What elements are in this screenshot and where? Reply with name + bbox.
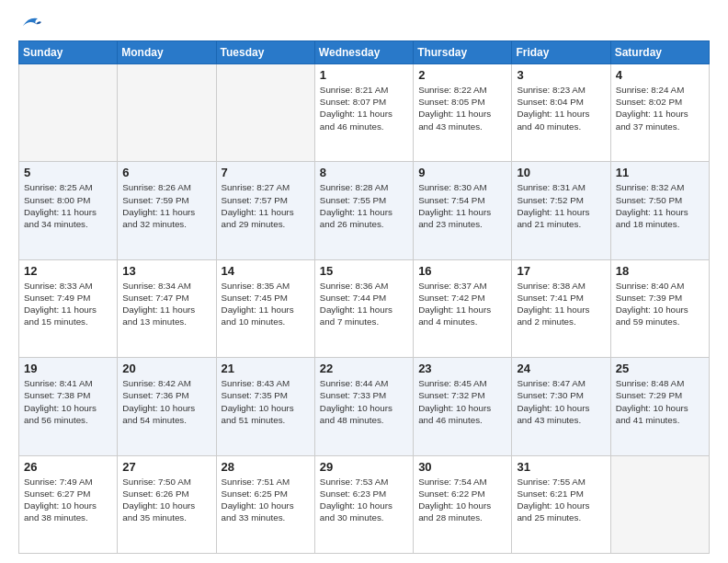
calendar-week-3: 12Sunrise: 8:33 AM Sunset: 7:49 PM Dayli…	[19, 259, 710, 357]
day-number: 30	[418, 460, 506, 474]
day-info: Sunrise: 8:28 AM Sunset: 7:55 PM Dayligh…	[320, 181, 408, 230]
weekday-header-sunday: Sunday	[19, 41, 118, 64]
calendar-header-row: SundayMondayTuesdayWednesdayThursdayFrid…	[19, 41, 710, 64]
day-number: 9	[418, 166, 506, 179]
day-info: Sunrise: 8:21 AM Sunset: 8:07 PM Dayligh…	[320, 84, 408, 132]
calendar-cell: 13Sunrise: 8:34 AM Sunset: 7:47 PM Dayli…	[118, 259, 216, 357]
day-info: Sunrise: 8:31 AM Sunset: 7:52 PM Dayligh…	[517, 181, 605, 230]
day-info: Sunrise: 8:24 AM Sunset: 8:02 PM Dayligh…	[616, 84, 704, 132]
day-number: 2	[418, 68, 506, 82]
day-info: Sunrise: 8:34 AM Sunset: 7:47 PM Dayligh…	[122, 280, 210, 328]
day-info: Sunrise: 8:45 AM Sunset: 7:32 PM Dayligh…	[418, 377, 506, 426]
day-number: 27	[122, 460, 210, 474]
day-info: Sunrise: 8:25 AM Sunset: 8:00 PM Dayligh…	[24, 181, 112, 230]
day-info: Sunrise: 8:42 AM Sunset: 7:36 PM Dayligh…	[122, 377, 210, 426]
day-number: 22	[320, 362, 408, 375]
calendar-cell: 9Sunrise: 8:30 AM Sunset: 7:54 PM Daylig…	[414, 162, 512, 259]
logo-bird-icon	[21, 15, 41, 33]
day-number: 11	[616, 166, 704, 179]
day-number: 26	[24, 460, 112, 474]
day-info: Sunrise: 8:48 AM Sunset: 7:29 PM Dayligh…	[616, 377, 704, 426]
calendar-week-4: 19Sunrise: 8:41 AM Sunset: 7:38 PM Dayli…	[19, 358, 710, 455]
day-info: Sunrise: 8:32 AM Sunset: 7:50 PM Dayligh…	[616, 181, 704, 230]
day-info: Sunrise: 8:40 AM Sunset: 7:39 PM Dayligh…	[616, 280, 704, 328]
day-info: Sunrise: 8:44 AM Sunset: 7:33 PM Dayligh…	[320, 377, 408, 426]
calendar-cell: 16Sunrise: 8:37 AM Sunset: 7:42 PM Dayli…	[414, 259, 512, 357]
day-number: 31	[517, 460, 605, 474]
day-number: 6	[122, 166, 210, 179]
calendar-week-1: 1Sunrise: 8:21 AM Sunset: 8:07 PM Daylig…	[19, 64, 710, 162]
day-number: 21	[222, 362, 310, 375]
calendar-cell: 28Sunrise: 7:51 AM Sunset: 6:25 PM Dayli…	[216, 455, 314, 553]
weekday-header-tuesday: Tuesday	[216, 41, 314, 64]
day-number: 8	[320, 166, 408, 179]
calendar-cell: 22Sunrise: 8:44 AM Sunset: 7:33 PM Dayli…	[314, 358, 413, 455]
calendar-cell: 25Sunrise: 8:48 AM Sunset: 7:29 PM Dayli…	[610, 358, 709, 455]
day-number: 4	[616, 68, 704, 82]
calendar-cell: 8Sunrise: 8:28 AM Sunset: 7:55 PM Daylig…	[314, 162, 413, 259]
day-info: Sunrise: 7:50 AM Sunset: 6:26 PM Dayligh…	[122, 476, 210, 524]
calendar-cell: 5Sunrise: 8:25 AM Sunset: 8:00 PM Daylig…	[19, 162, 118, 259]
day-number: 25	[616, 362, 704, 375]
calendar-cell: 4Sunrise: 8:24 AM Sunset: 8:02 PM Daylig…	[610, 64, 709, 162]
calendar-cell: 30Sunrise: 7:54 AM Sunset: 6:22 PM Dayli…	[414, 455, 512, 553]
calendar-cell: 3Sunrise: 8:23 AM Sunset: 8:04 PM Daylig…	[512, 64, 610, 162]
calendar-cell	[19, 64, 118, 162]
calendar-cell: 31Sunrise: 7:55 AM Sunset: 6:21 PM Dayli…	[512, 455, 610, 553]
day-info: Sunrise: 8:36 AM Sunset: 7:44 PM Dayligh…	[320, 280, 408, 328]
day-info: Sunrise: 7:53 AM Sunset: 6:23 PM Dayligh…	[320, 476, 408, 524]
day-number: 5	[24, 166, 112, 179]
calendar-cell	[118, 64, 216, 162]
logo	[18, 15, 41, 31]
calendar-cell: 26Sunrise: 7:49 AM Sunset: 6:27 PM Dayli…	[19, 455, 118, 553]
day-info: Sunrise: 7:55 AM Sunset: 6:21 PM Dayligh…	[517, 476, 605, 524]
calendar-cell	[610, 455, 709, 553]
day-number: 7	[222, 166, 310, 179]
calendar-cell: 20Sunrise: 8:42 AM Sunset: 7:36 PM Dayli…	[118, 358, 216, 455]
calendar-cell: 7Sunrise: 8:27 AM Sunset: 7:57 PM Daylig…	[216, 162, 314, 259]
day-info: Sunrise: 8:38 AM Sunset: 7:41 PM Dayligh…	[517, 280, 605, 328]
day-number: 3	[517, 68, 605, 82]
day-number: 29	[320, 460, 408, 474]
weekday-header-saturday: Saturday	[610, 41, 709, 64]
day-info: Sunrise: 7:54 AM Sunset: 6:22 PM Dayligh…	[418, 476, 506, 524]
header	[18, 15, 710, 31]
day-number: 15	[320, 264, 408, 278]
calendar-cell: 21Sunrise: 8:43 AM Sunset: 7:35 PM Dayli…	[216, 358, 314, 455]
day-number: 20	[122, 362, 210, 375]
calendar-cell: 17Sunrise: 8:38 AM Sunset: 7:41 PM Dayli…	[512, 259, 610, 357]
day-info: Sunrise: 7:51 AM Sunset: 6:25 PM Dayligh…	[222, 476, 310, 524]
day-info: Sunrise: 8:26 AM Sunset: 7:59 PM Dayligh…	[122, 181, 210, 230]
calendar-cell: 15Sunrise: 8:36 AM Sunset: 7:44 PM Dayli…	[314, 259, 413, 357]
day-info: Sunrise: 8:30 AM Sunset: 7:54 PM Dayligh…	[418, 181, 506, 230]
day-number: 1	[320, 68, 408, 82]
calendar-cell: 12Sunrise: 8:33 AM Sunset: 7:49 PM Dayli…	[19, 259, 118, 357]
calendar-cell: 10Sunrise: 8:31 AM Sunset: 7:52 PM Dayli…	[512, 162, 610, 259]
day-number: 16	[418, 264, 506, 278]
weekday-header-friday: Friday	[512, 41, 610, 64]
day-info: Sunrise: 8:35 AM Sunset: 7:45 PM Dayligh…	[222, 280, 310, 328]
day-info: Sunrise: 8:37 AM Sunset: 7:42 PM Dayligh…	[418, 280, 506, 328]
weekday-header-thursday: Thursday	[414, 41, 512, 64]
day-info: Sunrise: 8:23 AM Sunset: 8:04 PM Dayligh…	[517, 84, 605, 132]
day-number: 28	[222, 460, 310, 474]
day-info: Sunrise: 7:49 AM Sunset: 6:27 PM Dayligh…	[24, 476, 112, 524]
day-number: 17	[517, 264, 605, 278]
day-info: Sunrise: 8:33 AM Sunset: 7:49 PM Dayligh…	[24, 280, 112, 328]
calendar-cell: 1Sunrise: 8:21 AM Sunset: 8:07 PM Daylig…	[314, 64, 413, 162]
page: SundayMondayTuesdayWednesdayThursdayFrid…	[0, 0, 728, 563]
day-number: 19	[24, 362, 112, 375]
calendar-cell: 24Sunrise: 8:47 AM Sunset: 7:30 PM Dayli…	[512, 358, 610, 455]
day-number: 13	[122, 264, 210, 278]
day-number: 12	[24, 264, 112, 278]
calendar-table: SundayMondayTuesdayWednesdayThursdayFrid…	[18, 40, 710, 554]
weekday-header-wednesday: Wednesday	[314, 41, 413, 64]
day-info: Sunrise: 8:22 AM Sunset: 8:05 PM Dayligh…	[418, 84, 506, 132]
calendar-week-5: 26Sunrise: 7:49 AM Sunset: 6:27 PM Dayli…	[19, 455, 710, 553]
calendar-cell	[216, 64, 314, 162]
day-number: 14	[222, 264, 310, 278]
day-number: 24	[517, 362, 605, 375]
calendar-cell: 6Sunrise: 8:26 AM Sunset: 7:59 PM Daylig…	[118, 162, 216, 259]
calendar-cell: 27Sunrise: 7:50 AM Sunset: 6:26 PM Dayli…	[118, 455, 216, 553]
calendar-cell: 19Sunrise: 8:41 AM Sunset: 7:38 PM Dayli…	[19, 358, 118, 455]
